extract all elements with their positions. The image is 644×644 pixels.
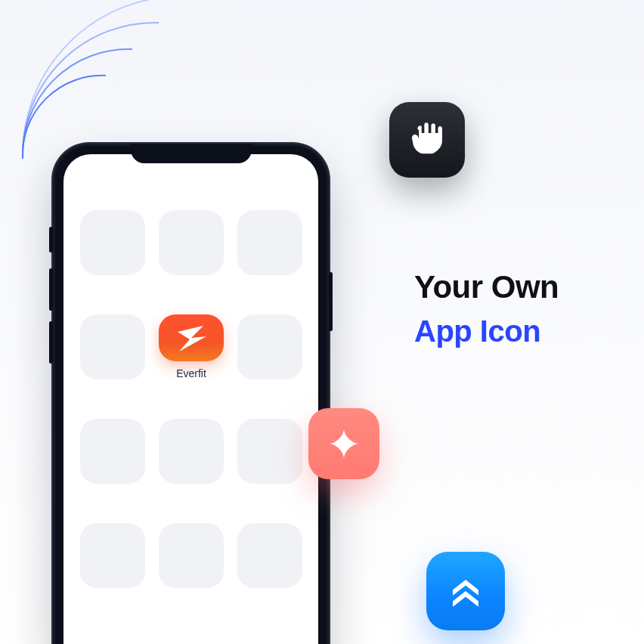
phone-side-button	[329, 272, 333, 331]
app-tile-placeholder	[237, 314, 302, 379]
spark-icon	[325, 425, 363, 463]
app-tile-placeholder	[159, 210, 224, 275]
app-tile-placeholder	[80, 210, 145, 275]
phone-side-button	[49, 227, 53, 252]
phone-screen: Everfit	[63, 154, 318, 644]
app-tile-placeholder	[80, 314, 145, 379]
phone-notch	[131, 144, 252, 163]
app-tile-placeholder	[80, 523, 145, 588]
everfit-logo-icon	[172, 318, 211, 358]
headline-line-1: Your Own	[414, 269, 559, 305]
fist-icon	[405, 118, 449, 162]
headline: Your Own App Icon	[414, 269, 559, 348]
headline-line-2: App Icon	[414, 314, 559, 348]
app-grid: Everfit	[63, 192, 318, 588]
app-tile-placeholder	[237, 419, 302, 484]
app-tile-placeholder	[237, 210, 302, 275]
app-tile-placeholder	[80, 419, 145, 484]
app-tile-placeholder	[159, 419, 224, 484]
app-label-everfit: Everfit	[176, 367, 206, 379]
floating-app-icon-chevrons	[426, 552, 505, 630]
double-chevron-up-icon	[443, 568, 488, 614]
phone-mockup: Everfit	[53, 144, 329, 644]
app-tile-placeholder	[237, 523, 302, 588]
floating-app-icon-fist	[389, 102, 465, 178]
phone-side-button	[49, 321, 53, 364]
everfit-app-icon[interactable]	[159, 314, 224, 361]
app-everfit-cell[interactable]: Everfit	[159, 314, 224, 379]
floating-app-icon-spark	[308, 408, 379, 479]
phone-side-button	[49, 268, 53, 311]
app-tile-placeholder	[159, 523, 224, 588]
